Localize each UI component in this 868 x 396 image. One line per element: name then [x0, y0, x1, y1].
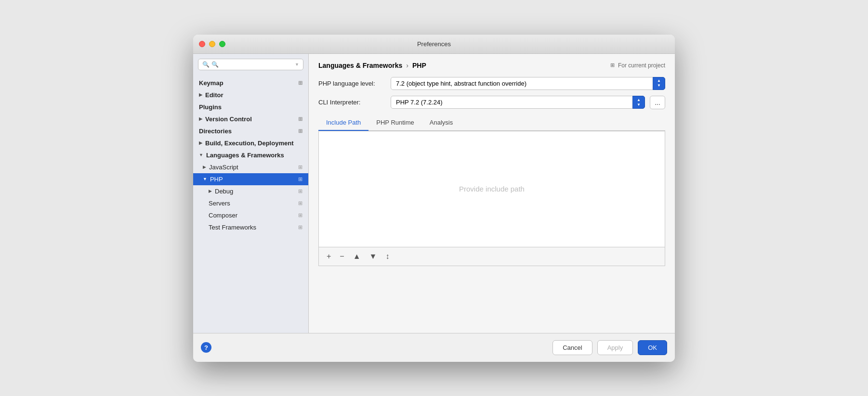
tab-php-runtime[interactable]: PHP Runtime — [368, 115, 422, 131]
window-title: Preferences — [417, 40, 451, 48]
sidebar-item-label: PHP — [210, 176, 223, 183]
chevron-down-icon: ▼ — [199, 153, 203, 157]
move-up-button[interactable]: ▲ — [351, 251, 363, 262]
sidebar-item-plugins[interactable]: Plugins — [193, 101, 308, 113]
cancel-button[interactable]: Cancel — [552, 340, 592, 355]
sidebar-item-label: Debug — [215, 188, 233, 195]
sidebar-item-languages-frameworks[interactable]: ▼ Languages & Frameworks — [193, 149, 308, 161]
chevron-right-icon: ▶ — [209, 189, 212, 193]
copy-icon: ⊞ — [298, 116, 302, 122]
chevron-right-icon: ▶ — [199, 141, 202, 145]
php-language-level-select-wrapper: 7.2 (object type hint, abstract function… — [391, 77, 665, 90]
sidebar-item-label: Version Control — [205, 115, 252, 123]
move-down-button[interactable]: ▼ — [368, 251, 379, 262]
breadcrumb-separator: › — [406, 62, 408, 69]
chevron-right-icon: ▶ — [203, 165, 206, 169]
search-dropdown-icon: ▼ — [295, 62, 299, 67]
sidebar-item-label: Languages & Frameworks — [206, 152, 284, 159]
cli-interpreter-select-wrapper: PHP 7.2 (7.2.24) ▲ ▼ — [391, 96, 645, 109]
minimize-button[interactable] — [209, 41, 215, 47]
sidebar-item-label: Test Frameworks — [209, 224, 256, 231]
sidebar-item-directories[interactable]: Directories ⊞ — [193, 125, 308, 137]
sidebar-item-javascript[interactable]: ▶ JavaScript ⊞ — [193, 161, 308, 173]
sidebar-item-test-frameworks[interactable]: Test Frameworks ⊞ — [193, 221, 308, 233]
copy-icon: ⊞ — [298, 212, 302, 218]
main-content: Languages & Frameworks › PHP ⊞ For curre… — [309, 54, 675, 333]
sidebar-item-label: Directories — [199, 128, 232, 135]
chevron-up-icon: ▲ — [657, 79, 661, 83]
panel-empty-state: Provide include path — [319, 131, 665, 247]
sidebar-item-label: JavaScript — [209, 164, 238, 171]
sidebar-item-label: Build, Execution, Deployment — [205, 140, 293, 147]
footer: ? Cancel Apply OK — [193, 333, 675, 362]
chevron-down-icon: ▼ — [637, 103, 641, 107]
footer-left: ? — [201, 342, 548, 353]
php-language-level-arrow[interactable]: ▲ ▼ — [653, 77, 665, 90]
sidebar-item-php[interactable]: ▼ PHP ⊞ — [193, 173, 308, 185]
copy-icon: ⊞ — [298, 176, 302, 182]
sidebar-item-build-execution[interactable]: ▶ Build, Execution, Deployment — [193, 137, 308, 149]
cli-interpreter-arrow[interactable]: ▲ ▼ — [632, 96, 645, 109]
sidebar: 🔍 ▼ Keymap ⊞ ▶ Editor Plugins — [193, 54, 309, 333]
close-button[interactable] — [199, 41, 205, 47]
copy-icon: ⊞ — [298, 200, 302, 206]
sidebar-list: Keymap ⊞ ▶ Editor Plugins ▶ Version Cont… — [193, 75, 308, 333]
window-controls — [199, 41, 225, 47]
sidebar-item-label: Plugins — [199, 103, 222, 111]
sidebar-item-composer[interactable]: Composer ⊞ — [193, 209, 308, 221]
preferences-window: Preferences 🔍 ▼ Keymap ⊞ ▶ Editor — [193, 35, 675, 362]
cli-interpreter-label: CLI Interpreter: — [318, 99, 386, 106]
sidebar-item-keymap[interactable]: Keymap ⊞ — [193, 77, 308, 89]
remove-button[interactable]: − — [338, 251, 346, 262]
sidebar-item-label: Editor — [205, 91, 224, 99]
cli-interpreter-select[interactable]: PHP 7.2 (7.2.24) — [391, 96, 645, 109]
project-label: For current project — [618, 62, 665, 69]
php-language-level-row: PHP language level: 7.2 (object type hin… — [318, 77, 665, 90]
sidebar-item-label: Composer — [209, 212, 237, 219]
cli-interpreter-row: CLI Interpreter: PHP 7.2 (7.2.24) ▲ ▼ ..… — [318, 96, 665, 109]
tab-analysis[interactable]: Analysis — [422, 115, 460, 131]
maximize-button[interactable] — [219, 41, 225, 47]
php-language-level-select[interactable]: 7.2 (object type hint, abstract function… — [391, 77, 665, 90]
chevron-down-icon: ▼ — [657, 84, 661, 88]
ok-button[interactable]: OK — [638, 340, 667, 355]
breadcrumb-languages: Languages & Frameworks — [318, 62, 402, 69]
copy-icon: ⊞ — [298, 128, 302, 134]
php-language-level-label: PHP language level: — [318, 80, 386, 87]
copy-icon: ⊞ — [298, 164, 302, 170]
chevron-up-icon: ▲ — [637, 98, 641, 102]
sidebar-item-servers[interactable]: Servers ⊞ — [193, 197, 308, 209]
copy-icon: ⊞ — [298, 224, 302, 230]
chevron-right-icon: ▶ — [199, 92, 202, 97]
tabs: Include Path PHP Runtime Analysis — [318, 115, 665, 131]
copy-icon: ⊞ — [298, 188, 302, 194]
search-input[interactable] — [211, 61, 293, 68]
sidebar-item-version-control[interactable]: ▶ Version Control ⊞ — [193, 113, 308, 125]
search-box[interactable]: 🔍 ▼ — [198, 59, 303, 70]
help-button[interactable]: ? — [201, 342, 211, 353]
sidebar-item-debug[interactable]: ▶ Debug ⊞ — [193, 185, 308, 197]
copy-icon: ⊞ — [298, 80, 302, 86]
panel-toolbar: + − ▲ ▼ ↕ — [319, 247, 665, 266]
sidebar-item-editor[interactable]: ▶ Editor — [193, 89, 308, 101]
breadcrumb-php: PHP — [412, 62, 426, 69]
sort-button[interactable]: ↕ — [383, 251, 391, 262]
sidebar-item-label: Keymap — [199, 79, 224, 87]
chevron-right-icon: ▶ — [199, 116, 202, 121]
title-bar: Preferences — [193, 35, 675, 54]
cli-interpreter-more-button[interactable]: ... — [650, 96, 665, 109]
panel-empty-text: Provide include path — [459, 185, 525, 193]
project-icon: ⊞ — [610, 62, 615, 68]
search-icon: 🔍 — [202, 61, 210, 68]
window-body: 🔍 ▼ Keymap ⊞ ▶ Editor Plugins — [193, 54, 675, 333]
sidebar-item-label: Servers — [209, 200, 230, 207]
add-button[interactable]: + — [325, 251, 333, 262]
apply-button[interactable]: Apply — [597, 340, 633, 355]
tab-include-path[interactable]: Include Path — [318, 115, 368, 131]
chevron-down-icon: ▼ — [203, 177, 207, 181]
breadcrumb: Languages & Frameworks › PHP ⊞ For curre… — [318, 62, 665, 69]
breadcrumb-project: ⊞ For current project — [610, 62, 665, 69]
include-path-panel: Provide include path + − ▲ ▼ ↕ — [318, 131, 665, 266]
